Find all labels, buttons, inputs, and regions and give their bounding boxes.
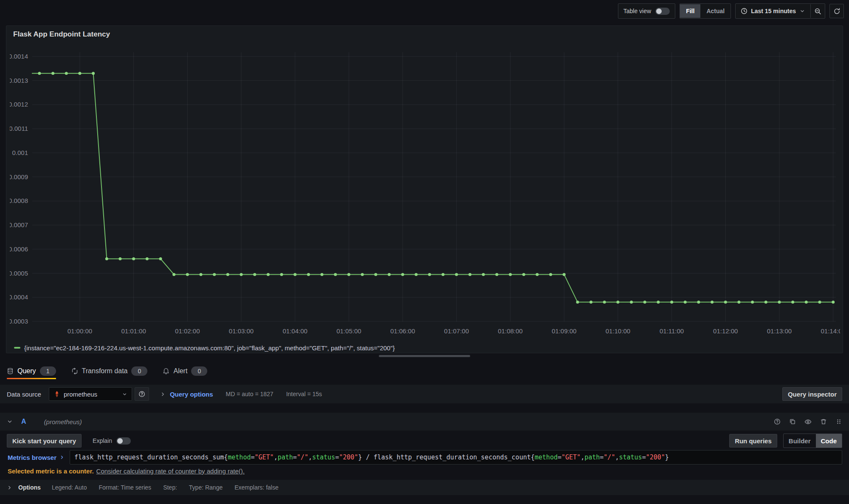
data-point (778, 301, 781, 304)
datasource-help-button[interactable] (135, 387, 149, 401)
data-point (293, 273, 296, 276)
option-item: Format: Time series (99, 484, 151, 491)
data-point (791, 301, 794, 304)
chevron-down-icon (122, 391, 127, 397)
time-range-label: Last 15 minutes (751, 8, 796, 14)
x-tick-label: 01:07:00 (444, 327, 469, 335)
y-tick-label: 0.0005 (10, 270, 28, 277)
data-point (643, 301, 646, 304)
tab-query[interactable]: Query 1 (7, 362, 56, 380)
toggle-knob (117, 438, 123, 444)
data-point (428, 273, 431, 276)
chart-legend[interactable]: {instance="ec2-184-169-216-224.us-west-1… (14, 344, 395, 352)
query-options-toggle[interactable]: Query options (160, 391, 213, 398)
x-tick-label: 01:02:00 (175, 327, 200, 335)
zoom-out-button[interactable] (810, 4, 825, 18)
promql-input[interactable]: flask_http_request_duration_seconds_sum{… (70, 450, 842, 465)
query-datasource-hint: (prometheus) (44, 418, 82, 425)
tab-transform-data[interactable]: Transform data 0 (71, 362, 148, 380)
y-tick-label: 0.0007 (10, 221, 28, 228)
table-view-toggle[interactable] (655, 8, 670, 15)
bell-icon (163, 368, 169, 374)
y-tick-label: 0.0009 (10, 173, 28, 180)
tab-query-label: Query (17, 367, 36, 375)
series-line (26, 73, 833, 302)
datasource-label: Data source (7, 391, 41, 398)
warning-text: Selected metric is a counter. (8, 467, 94, 475)
transform-icon (71, 368, 78, 374)
data-point (226, 273, 229, 276)
query-inspector-button[interactable]: Query inspector (782, 387, 842, 401)
interval-text: Interval = 15s (286, 391, 322, 397)
data-point (65, 72, 68, 75)
x-tick-label: 01:11:00 (660, 327, 684, 335)
chevron-right-icon (59, 455, 65, 460)
query-ref-id[interactable]: A (21, 418, 26, 425)
y-tick-label: 0.0014 (10, 53, 28, 60)
drag-handle-icon[interactable] (835, 418, 842, 425)
y-tick-label: 0.0013 (10, 77, 28, 84)
tab-alert[interactable]: Alert 0 (163, 362, 207, 380)
data-point (616, 301, 619, 304)
data-point (805, 301, 808, 304)
run-queries-button[interactable]: Run queries (729, 434, 777, 448)
data-point (657, 301, 660, 304)
chevron-right-icon[interactable] (7, 485, 12, 490)
data-point (818, 301, 821, 304)
data-point (832, 301, 835, 304)
data-point (764, 301, 767, 304)
warning-rate-link[interactable]: Consider calculating rate of counter by … (96, 467, 245, 475)
data-point (213, 273, 216, 276)
metrics-browser-toggle[interactable]: Metrics browser (7, 450, 70, 465)
data-point (495, 273, 498, 276)
prometheus-icon (54, 391, 60, 397)
hide-query-button[interactable] (804, 418, 812, 425)
delete-query-button[interactable] (820, 418, 827, 425)
data-point (51, 72, 54, 75)
options-label[interactable]: Options (18, 484, 41, 491)
query-toolbar: Kick start your query Explain Run querie… (7, 434, 842, 448)
datasource-select[interactable]: prometheus (49, 387, 132, 401)
data-point (159, 257, 162, 260)
code-button[interactable]: Code (816, 434, 842, 448)
actual-button[interactable]: Actual (700, 4, 731, 18)
y-tick-label: 0.0004 (10, 293, 28, 301)
query-row-actions (774, 418, 842, 425)
data-point (482, 273, 485, 276)
x-tick-label: 01:12:00 (713, 327, 738, 335)
tab-alert-label: Alert (173, 367, 187, 375)
tab-transform-badge: 0 (131, 366, 147, 376)
kick-start-query-button[interactable]: Kick start your query (7, 434, 82, 448)
latency-panel: Flask App Endpoint Latency 01:00:0001:01… (6, 25, 843, 353)
refresh-button[interactable] (829, 4, 844, 18)
legend-swatch (14, 347, 20, 349)
x-tick-label: 01:05:00 (336, 327, 361, 335)
data-point (146, 257, 149, 260)
x-tick-label: 01:01:00 (121, 327, 146, 335)
y-tick-label: 0.0006 (10, 245, 28, 253)
builder-button[interactable]: Builder (784, 434, 816, 448)
chevron-down-icon[interactable] (7, 419, 13, 425)
time-range-button[interactable]: Last 15 minutes (736, 4, 810, 18)
editor-tabs: Query 1 Transform data 0 Alert 0 (0, 362, 849, 380)
fill-button[interactable]: Fill (680, 4, 700, 18)
query-editor-row: Metrics browser flask_http_request_durat… (7, 450, 842, 465)
duplicate-query-button[interactable] (789, 418, 796, 425)
y-tick-label: 0.0008 (10, 197, 28, 204)
explain-toggle[interactable] (116, 437, 131, 445)
latency-chart[interactable]: 01:00:0001:01:0001:02:0001:03:0001:04:00… (10, 50, 840, 342)
query-help-button[interactable] (774, 418, 781, 425)
panel-resize-handle[interactable] (379, 355, 470, 357)
data-point (603, 301, 606, 304)
builder-code-group: Builder Code (783, 434, 842, 448)
data-point (590, 301, 592, 304)
data-point (737, 301, 740, 304)
tab-transform-label: Transform data (82, 367, 128, 375)
data-point (200, 273, 203, 276)
data-point (92, 72, 95, 75)
data-point (267, 273, 270, 276)
chevron-down-icon (799, 8, 805, 14)
x-tick-label: 01:08:00 (498, 327, 522, 335)
x-tick-label: 01:06:00 (390, 327, 415, 335)
data-point (186, 273, 189, 276)
